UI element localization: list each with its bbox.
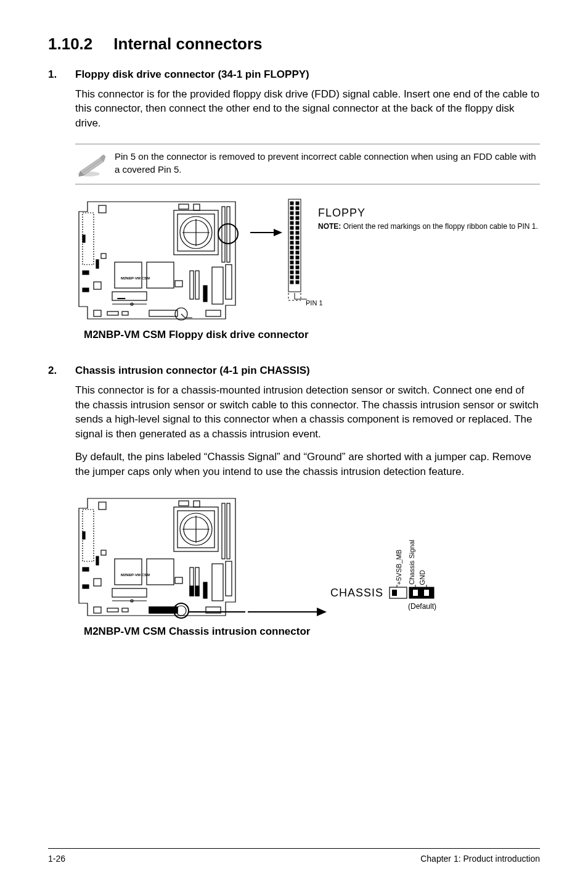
svg-rect-16 (96, 260, 99, 268)
page: 1.10.2Internal connectors 1. Floppy disk… (0, 0, 588, 887)
motherboard-diagram: M2NBP-VM CSM (75, 492, 248, 622)
chassis-diagram: M2NBP-VM CSM +5VSB_MB Chassis Signal GND… (75, 492, 540, 638)
svg-rect-29 (195, 271, 199, 299)
svg-rect-97 (83, 567, 89, 571)
floppy-pinheader-icon (285, 196, 307, 307)
svg-rect-60 (290, 246, 293, 249)
item-chassis: 2. Chassis intrusion connector (4-1 pin … (48, 365, 540, 479)
svg-rect-112 (212, 564, 223, 601)
floppy-note-rest: Orient the red markings on the floppy ri… (341, 222, 538, 231)
svg-rect-111 (203, 582, 207, 598)
svg-rect-102 (147, 559, 174, 585)
svg-rect-70 (290, 271, 293, 274)
svg-rect-73 (296, 276, 299, 279)
svg-rect-22 (147, 262, 174, 288)
svg-rect-100 (94, 607, 101, 613)
svg-rect-56 (290, 236, 293, 239)
svg-rect-48 (290, 217, 293, 220)
chassis-side: +5VSB_MB Chassis Signal GND CHASSIS (330, 492, 438, 611)
svg-rect-66 (290, 261, 293, 264)
item-title: Floppy disk drive connector (34-1 pin FL… (75, 68, 309, 81)
item-body: This connector is for a chassis-mounted … (75, 383, 540, 441)
svg-rect-82 (99, 502, 106, 510)
svg-rect-110 (195, 586, 199, 596)
svg-rect-62 (290, 251, 293, 254)
svg-rect-50 (290, 221, 293, 225)
svg-rect-57 (296, 236, 299, 239)
svg-text:⎯⎯⎯: ⎯⎯⎯ (117, 295, 125, 299)
chassis-label: CHASSIS (330, 587, 383, 600)
pin1-label: PIN 1 (306, 299, 538, 307)
svg-marker-123 (317, 608, 327, 616)
svg-rect-20 (94, 310, 101, 316)
svg-rect-101 (115, 559, 142, 585)
svg-rect-96 (96, 556, 99, 565)
svg-rect-95 (101, 550, 106, 555)
svg-rect-28 (190, 271, 194, 299)
svg-rect-18 (94, 282, 101, 289)
svg-rect-94 (83, 532, 85, 539)
svg-rect-71 (296, 271, 299, 274)
pin-label-gnd: GND (419, 570, 426, 585)
svg-rect-21 (115, 262, 142, 288)
svg-rect-14 (83, 235, 85, 242)
svg-rect-58 (290, 241, 293, 244)
arrow-icon (248, 492, 328, 622)
svg-rect-98 (94, 579, 101, 586)
svg-rect-47 (296, 212, 299, 215)
mobo-label: M2NBP-VM CSM (121, 276, 150, 280)
svg-rect-17 (83, 271, 89, 274)
svg-line-1 (83, 159, 102, 173)
svg-rect-91 (222, 503, 225, 559)
svg-rect-103 (175, 577, 182, 584)
svg-rect-129 (424, 590, 429, 596)
note-text: Pin 5 on the connector is removed to pre… (115, 151, 540, 176)
svg-rect-92 (227, 503, 230, 559)
svg-rect-74 (290, 281, 293, 284)
svg-rect-30 (203, 286, 207, 302)
pencil-icon (75, 151, 107, 178)
pin-label-5vsb: +5VSB_MB (396, 550, 402, 585)
svg-rect-64 (290, 256, 293, 259)
section-number: 1.10.2 (48, 35, 92, 54)
floppy-note: NOTE: Orient the red markings on the flo… (318, 222, 538, 231)
svg-rect-84 (194, 501, 200, 507)
svg-rect-42 (290, 202, 293, 205)
arrow-icon (248, 196, 285, 325)
svg-rect-11 (222, 207, 225, 262)
svg-rect-125 (392, 590, 397, 596)
svg-rect-3 (179, 204, 189, 209)
svg-rect-23 (175, 281, 182, 287)
floppy-side: FLOPPY NOTE: Orient the red markings on … (285, 196, 538, 307)
item-title: Chassis intrusion connector (4-1 pin CHA… (75, 365, 310, 377)
svg-rect-51 (296, 221, 299, 225)
item-floppy: 1. Floppy disk drive connector (34-1 pin… (48, 68, 540, 130)
item-number: 2. (48, 365, 75, 377)
item-number: 1. (48, 68, 75, 81)
floppy-diagram: ⎯⎯⎯ (75, 196, 540, 341)
page-footer: 1-26 Chapter 1: Product introduction (48, 848, 540, 864)
chassis-pinheader-icon (388, 585, 438, 601)
svg-rect-128 (413, 590, 418, 596)
motherboard-diagram: ⎯⎯⎯ (75, 196, 248, 325)
svg-rect-109 (190, 586, 194, 596)
item-body: This connector is for the provided flopp… (75, 87, 540, 130)
svg-rect-2 (99, 205, 106, 213)
svg-rect-67 (296, 261, 299, 264)
svg-rect-52 (290, 226, 293, 229)
svg-rect-46 (290, 212, 293, 215)
svg-rect-4 (194, 204, 200, 210)
chassis-caption: M2NBP-VM CSM Chassis intrusion connector (84, 625, 540, 638)
svg-rect-53 (296, 226, 299, 229)
svg-rect-12 (227, 207, 230, 262)
section-heading: 1.10.2Internal connectors (48, 35, 540, 54)
mobo-label: M2NBP-VM CSM (121, 573, 150, 577)
svg-rect-61 (296, 246, 299, 249)
svg-rect-35 (149, 310, 178, 316)
svg-rect-68 (290, 266, 293, 269)
svg-rect-59 (296, 241, 299, 244)
section-title: Internal connectors (113, 35, 262, 53)
svg-rect-65 (296, 256, 299, 259)
svg-rect-33 (107, 311, 118, 315)
svg-rect-31 (212, 267, 223, 304)
